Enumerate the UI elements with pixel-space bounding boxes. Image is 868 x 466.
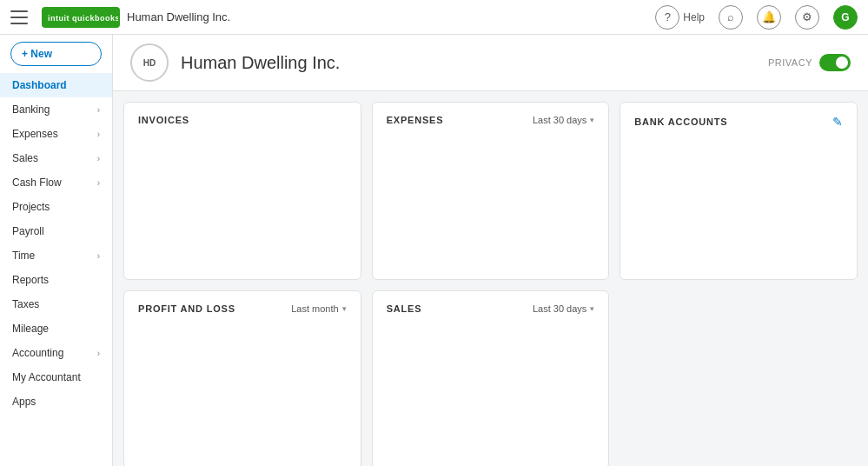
logo-area: intuit quickbooks Human Dwelling Inc.	[10, 7, 230, 28]
new-button[interactable]: + New	[10, 42, 102, 66]
sidebar-label-my-accountant: My Accountant	[12, 371, 81, 383]
chevron-right-icon: ›	[97, 178, 100, 188]
sidebar-item-my-accountant[interactable]: My Accountant	[0, 365, 112, 389]
company-name: Human Dwelling Inc.	[181, 53, 340, 73]
help-label: Help	[683, 11, 705, 23]
bank-accounts-edit-icon[interactable]: ✎	[832, 115, 843, 129]
sales-filter-label: Last 30 days	[533, 303, 586, 314]
chevron-right-icon: ›	[97, 105, 100, 115]
sidebar-item-apps[interactable]: Apps	[0, 389, 112, 414]
hamburger-icon[interactable]	[10, 10, 28, 24]
expenses-card: EXPENSES Last 30 days ▾	[372, 102, 610, 280]
chevron-right-icon: ›	[97, 130, 100, 139]
privacy-toggle-area: PRIVACY	[768, 54, 851, 71]
dashboard-grid: INVOICES EXPENSES Last 30 days ▾ BAN	[113, 91, 868, 466]
sidebar-label-payroll: Payroll	[12, 225, 44, 237]
quickbooks-logo: intuit quickbooks	[42, 7, 120, 28]
profit-loss-card-body	[138, 323, 347, 456]
sidebar-item-cashflow[interactable]: Cash Flow ›	[0, 170, 112, 195]
profit-loss-card: PROFIT AND LOSS Last month ▾	[123, 290, 361, 466]
sidebar-label-dashboard: Dashboard	[12, 79, 67, 91]
sidebar-label-sales: Sales	[12, 152, 38, 164]
sidebar: + New Dashboard Banking › Expenses › Sal…	[0, 35, 113, 466]
search-button[interactable]: ⌕	[719, 5, 743, 30]
company-initials: HD	[143, 58, 156, 68]
invoices-card-body	[138, 134, 347, 267]
chevron-down-icon: ▾	[590, 304, 594, 313]
bank-accounts-card: BANK ACCOUNTS ✎	[620, 102, 858, 280]
privacy-label: PRIVACY	[768, 57, 812, 68]
content-area: HD Human Dwelling Inc. PRIVACY INVOICES …	[113, 35, 868, 466]
bank-accounts-card-title: BANK ACCOUNTS	[634, 116, 727, 127]
invoices-card: INVOICES	[123, 102, 361, 280]
sidebar-item-accounting[interactable]: Accounting ›	[0, 341, 112, 365]
sidebar-label-time: Time	[12, 250, 35, 262]
sidebar-label-cashflow: Cash Flow	[12, 176, 62, 189]
profit-loss-filter-label: Last month	[291, 303, 338, 314]
chevron-right-icon: ›	[97, 251, 100, 261]
help-icon: ?	[655, 5, 679, 30]
chevron-right-icon: ›	[97, 349, 100, 358]
sidebar-item-projects[interactable]: Projects	[0, 195, 112, 219]
bank-accounts-card-body	[634, 137, 843, 267]
sidebar-item-mileage[interactable]: Mileage	[0, 316, 112, 341]
invoices-card-title: INVOICES	[138, 115, 189, 125]
sidebar-label-accounting: Accounting	[12, 347, 63, 359]
chevron-right-icon: ›	[97, 154, 100, 163]
sidebar-label-mileage: Mileage	[12, 323, 49, 335]
sales-card-title: SALES	[387, 303, 422, 314]
sales-card-body	[387, 323, 595, 456]
expenses-filter-label: Last 30 days	[533, 115, 586, 125]
svg-text:intuit quickbooks: intuit quickbooks	[48, 14, 118, 23]
chevron-down-icon: ▾	[342, 304, 347, 313]
expenses-card-title: EXPENSES	[387, 115, 444, 125]
sales-filter[interactable]: Last 30 days ▾	[533, 303, 594, 314]
company-header: HD Human Dwelling Inc. PRIVACY	[113, 35, 868, 91]
sidebar-item-reports[interactable]: Reports	[0, 268, 112, 292]
sidebar-label-reports: Reports	[12, 274, 49, 286]
expenses-card-header: EXPENSES Last 30 days ▾	[387, 115, 595, 125]
expenses-filter[interactable]: Last 30 days ▾	[533, 115, 594, 125]
sidebar-item-dashboard[interactable]: Dashboard	[0, 73, 112, 97]
sidebar-item-sales[interactable]: Sales ›	[0, 146, 112, 170]
bank-accounts-card-header: BANK ACCOUNTS ✎	[634, 115, 843, 129]
sales-card-header: SALES Last 30 days ▾	[387, 303, 595, 314]
profit-loss-filter[interactable]: Last month ▾	[291, 303, 346, 314]
chevron-down-icon: ▾	[590, 116, 594, 124]
sidebar-nav: Dashboard Banking › Expenses › Sales › C…	[0, 73, 112, 414]
sidebar-item-taxes[interactable]: Taxes	[0, 292, 112, 316]
profit-loss-card-title: PROFIT AND LOSS	[138, 303, 235, 314]
new-button-label: + New	[22, 48, 52, 60]
sidebar-label-expenses: Expenses	[12, 128, 58, 140]
sidebar-item-payroll[interactable]: Payroll	[0, 219, 112, 243]
privacy-toggle-switch[interactable]	[819, 54, 851, 71]
sidebar-label-banking: Banking	[12, 103, 50, 116]
sidebar-label-projects: Projects	[12, 201, 50, 213]
header-company-name: Human Dwelling Inc.	[127, 10, 230, 23]
sidebar-item-time[interactable]: Time ›	[0, 243, 112, 268]
invoices-card-header: INVOICES	[138, 115, 347, 125]
company-logo: HD	[130, 43, 169, 82]
avatar[interactable]: G	[833, 5, 858, 30]
sales-card: SALES Last 30 days ▾	[372, 290, 610, 466]
sidebar-item-expenses[interactable]: Expenses ›	[0, 122, 112, 146]
profit-loss-card-header: PROFIT AND LOSS Last month ▾	[138, 303, 347, 314]
sidebar-item-banking[interactable]: Banking ›	[0, 97, 112, 122]
sidebar-label-taxes: Taxes	[12, 298, 39, 310]
expenses-card-body	[387, 134, 595, 267]
main-layout: + New Dashboard Banking › Expenses › Sal…	[0, 35, 868, 466]
sidebar-label-apps: Apps	[12, 396, 36, 408]
header-right: ? Help ⌕ 🔔 ⚙ G	[655, 5, 858, 30]
notifications-button[interactable]: 🔔	[757, 5, 781, 30]
top-header: intuit quickbooks Human Dwelling Inc. ? …	[0, 0, 868, 35]
help-button[interactable]: ? Help	[655, 5, 705, 30]
settings-button[interactable]: ⚙	[795, 5, 819, 30]
